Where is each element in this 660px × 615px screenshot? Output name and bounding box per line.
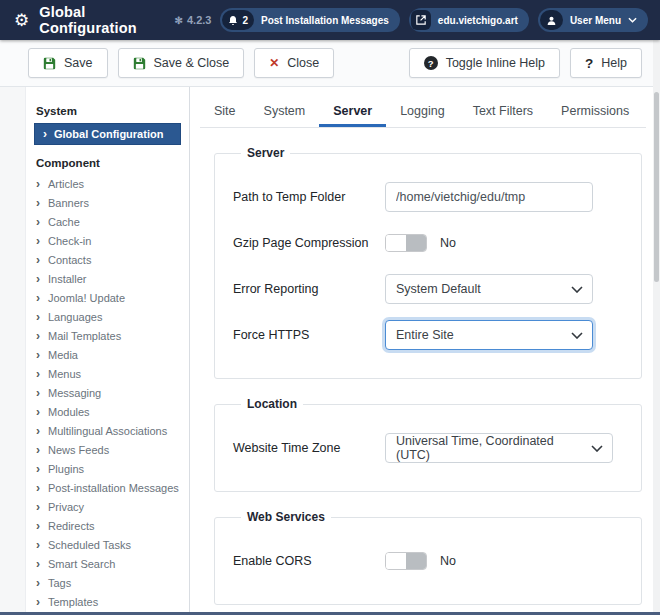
chevron-right-icon: ›: [36, 235, 40, 247]
post-installation-messages-button[interactable]: 2 Post Installation Messages: [220, 8, 399, 32]
site-preview-button[interactable]: edu.vietchigo.art: [409, 8, 529, 32]
sidebar-item-smart-search[interactable]: ›Smart Search: [26, 554, 189, 573]
sidebar-item-media[interactable]: ›Media: [26, 345, 189, 364]
sidebar-item-label: Articles: [48, 178, 84, 190]
sidebar-item-label: Banners: [48, 197, 89, 209]
joomla-version: ✻ 4.2.3: [175, 14, 212, 26]
sidebar-item-articles[interactable]: ›Articles: [26, 174, 189, 193]
field-gzip-page-compression: Gzip Page Compression No: [233, 228, 625, 258]
sidebar-item-messaging[interactable]: ›Messaging: [26, 383, 189, 402]
field-error-reporting: Error Reporting System Default: [233, 274, 625, 304]
sidebar-item-banners[interactable]: ›Banners: [26, 193, 189, 212]
chevron-right-icon: ›: [36, 311, 40, 323]
vertical-scrollbar[interactable]: [653, 40, 660, 615]
sidebar-item-installer[interactable]: ›Installer: [26, 269, 189, 288]
sidebar-item-cache[interactable]: ›Cache: [26, 212, 189, 231]
scrollbar-thumb[interactable]: [654, 92, 659, 282]
sidebar: System › Global Configuration Component …: [26, 87, 190, 615]
config-tabs: Site System Server Logging Text Filters …: [200, 87, 646, 128]
sidebar-item-label: Multilingual Associations: [48, 425, 167, 437]
sidebar-item-check-in[interactable]: ›Check-in: [26, 231, 189, 250]
sidebar-item-label: Post-installation Messages: [48, 482, 179, 494]
time-zone-select[interactable]: Universal Time, Coordinated (UTC): [385, 433, 613, 463]
sidebar-item-label: Media: [48, 349, 78, 361]
sidebar-item-label: Menus: [48, 368, 81, 380]
gzip-toggle[interactable]: [385, 234, 427, 252]
sidebar-item-plugins[interactable]: ›Plugins: [26, 459, 189, 478]
sidebar-item-menus[interactable]: ›Menus: [26, 364, 189, 383]
sidebar-item-languages[interactable]: ›Languages: [26, 307, 189, 326]
sidebar-item-label: News Feeds: [48, 444, 109, 456]
sidebar-item-news-feeds[interactable]: ›News Feeds: [26, 440, 189, 459]
fieldset-web-services-legend: Web Services: [241, 510, 331, 524]
error-reporting-select[interactable]: System Default: [385, 274, 593, 304]
external-link-bubble: [411, 10, 431, 30]
sidebar-item-label: Templates: [48, 596, 98, 608]
app-header: ⚙ Global Configuration ✻ 4.2.3 2 Post In…: [0, 0, 660, 40]
sidebar-item-redirects[interactable]: ›Redirects: [26, 516, 189, 535]
toggle-knob: [406, 235, 426, 251]
field-label: Enable CORS: [233, 554, 385, 568]
chevron-right-icon: ›: [36, 197, 40, 209]
sidebar-item-modules[interactable]: ›Modules: [26, 402, 189, 421]
chevron-right-icon: ›: [36, 558, 40, 570]
chevron-right-icon: ›: [36, 482, 40, 494]
sidebar-item-global-configuration[interactable]: › Global Configuration: [34, 123, 181, 145]
chevron-right-icon: ›: [36, 273, 40, 285]
user-menu-button[interactable]: User Menu: [538, 8, 648, 32]
sidebar-item-label: Plugins: [48, 463, 84, 475]
sidebar-item-label: Joomla! Update: [48, 292, 125, 304]
enable-cors-toggle[interactable]: [385, 552, 427, 570]
toggle-inline-help-label: Toggle Inline Help: [446, 56, 545, 70]
sidebar-item-templates[interactable]: ›Templates: [26, 592, 189, 611]
sidebar-item-tags[interactable]: ›Tags: [26, 573, 189, 592]
save-close-label: Save & Close: [154, 56, 230, 70]
sidebar-item-multilingual-associations[interactable]: ›Multilingual Associations: [26, 421, 189, 440]
chevron-right-icon: ›: [36, 596, 40, 608]
close-button[interactable]: ✕ Close: [254, 48, 334, 78]
select-value: Universal Time, Coordinated (UTC): [396, 434, 591, 462]
help-button[interactable]: ? Help: [570, 48, 642, 78]
tab-permissions[interactable]: Permissions: [547, 96, 643, 127]
tab-server[interactable]: Server: [319, 96, 386, 127]
sidebar-item-label: Smart Search: [48, 558, 115, 570]
sidebar-item-mail-templates[interactable]: ›Mail Templates: [26, 326, 189, 345]
sidebar-item-label: Tags: [48, 577, 71, 589]
field-enable-cors: Enable CORS No: [233, 546, 625, 576]
sidebar-item-scheduled-tasks[interactable]: ›Scheduled Tasks: [26, 535, 189, 554]
sidebar-item-joomla-update[interactable]: ›Joomla! Update: [26, 288, 189, 307]
tab-logging[interactable]: Logging: [386, 96, 459, 127]
sidebar-item-privacy[interactable]: ›Privacy: [26, 497, 189, 516]
header-right: ✻ 4.2.3 2 Post Installation Messages edu…: [175, 8, 648, 32]
force-https-select[interactable]: Entire Site: [385, 320, 593, 350]
field-label: Gzip Page Compression: [233, 236, 385, 250]
save-button[interactable]: Save: [28, 48, 108, 78]
save-and-close-button[interactable]: Save & Close: [118, 48, 245, 78]
toggle-state-label: No: [440, 236, 456, 250]
sidebar-item-label: Check-in: [48, 235, 91, 247]
chevron-right-icon: ›: [36, 520, 40, 532]
sidebar-header-system: System: [26, 101, 189, 122]
save-label: Save: [64, 56, 93, 70]
chevron-right-icon: ›: [36, 292, 40, 304]
tab-system[interactable]: System: [250, 96, 320, 127]
main-area: System › Global Configuration Component …: [0, 87, 660, 615]
temp-folder-input[interactable]: [385, 182, 593, 212]
toggle-inline-help-button[interactable]: ? Toggle Inline Help: [409, 48, 560, 78]
field-force-https: Force HTTPS Entire Site: [233, 320, 625, 350]
toggle-off-half: [386, 235, 406, 251]
external-link-icon: [416, 15, 426, 25]
chevron-right-icon: ›: [36, 406, 40, 418]
toggle-knob: [406, 553, 426, 569]
tab-site[interactable]: Site: [200, 96, 250, 127]
sidebar-item-label: Mail Templates: [48, 330, 121, 342]
chevron-right-icon: ›: [36, 387, 40, 399]
tab-text-filters[interactable]: Text Filters: [459, 96, 547, 127]
toolbar: Save Save & Close ✕ Close ? Toggle Inlin…: [0, 40, 660, 87]
sidebar-item-label: Scheduled Tasks: [48, 539, 131, 551]
field-path-to-temp-folder: Path to Temp Folder: [233, 182, 625, 212]
select-value: Entire Site: [396, 328, 454, 342]
sidebar-item-post-installation-messages[interactable]: ›Post-installation Messages: [26, 478, 189, 497]
sidebar-item-contacts[interactable]: ›Contacts: [26, 250, 189, 269]
chevron-right-icon: ›: [36, 178, 40, 190]
